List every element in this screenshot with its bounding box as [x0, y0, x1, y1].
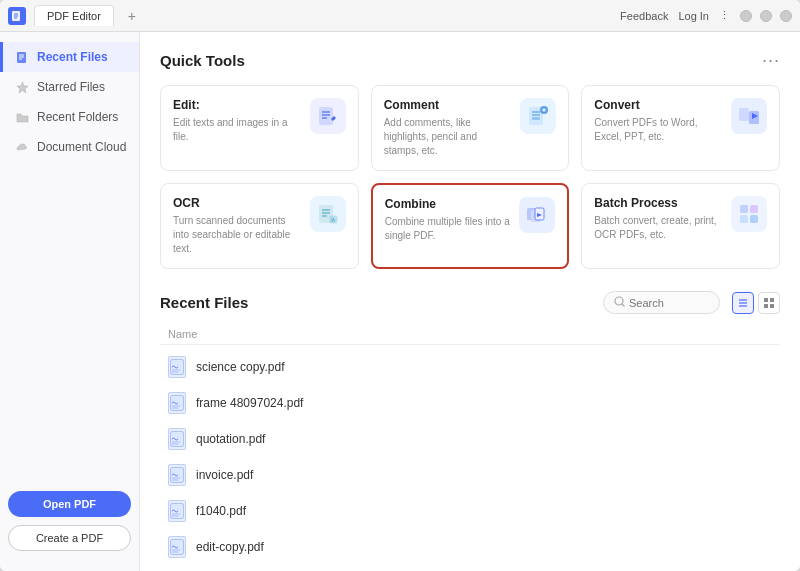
pdf-file-icon [168, 464, 186, 486]
file-name: science copy.pdf [196, 360, 285, 374]
file-item[interactable]: edit-copy.pdf [160, 529, 780, 565]
tool-card-convert[interactable]: Convert Convert PDFs to Word, Excel, PPT… [581, 85, 780, 171]
tool-card-convert-title: Convert [594, 98, 723, 112]
tool-card-edit[interactable]: Edit: Edit texts and images in a file. [160, 85, 359, 171]
menu-button[interactable]: ⋮ [719, 9, 730, 22]
comment-tool-icon [520, 98, 556, 134]
sidebar: Recent Files Starred Files Recent Folder… [0, 32, 140, 571]
sidebar-item-recent-folders[interactable]: Recent Folders [0, 102, 139, 132]
app-window: PDF Editor + Feedback Log In ⋮ [0, 0, 800, 571]
app-icon [8, 7, 26, 25]
quick-tools-grid: Edit: Edit texts and images in a file. [160, 85, 780, 269]
window-controls [740, 10, 792, 22]
tool-card-comment[interactable]: Comment Add comments, like highlights, p… [371, 85, 570, 171]
svg-rect-42 [764, 298, 768, 302]
tool-card-comment-text: Comment Add comments, like highlights, p… [384, 98, 513, 158]
pdf-file-icon [168, 392, 186, 414]
close-button[interactable] [780, 10, 792, 22]
files-column-name: Name [160, 324, 780, 345]
svg-rect-33 [740, 205, 748, 213]
batch-tool-icon [731, 196, 767, 232]
pdf-file-icon [168, 536, 186, 558]
svg-rect-16 [532, 117, 540, 120]
edit-tool-icon [310, 98, 346, 134]
convert-tool-icon [731, 98, 767, 134]
minimize-button[interactable] [740, 10, 752, 22]
create-pdf-button[interactable]: Create a PDF [8, 525, 131, 551]
svg-rect-35 [740, 215, 748, 223]
tool-card-comment-desc: Add comments, like highlights, pencil an… [384, 116, 513, 158]
tool-card-batch-title: Batch Process [594, 196, 723, 210]
search-bar[interactable] [603, 291, 720, 314]
sidebar-item-label: Recent Files [37, 50, 108, 64]
tool-card-ocr[interactable]: OCR Turn scanned documents into searchab… [160, 183, 359, 269]
recent-folders-icon [15, 110, 29, 124]
tool-card-combine-title: Combine [385, 197, 512, 211]
recent-files-section-header: Recent Files [160, 291, 780, 314]
pdf-file-icon [168, 428, 186, 450]
combine-tool-icon [519, 197, 555, 233]
pdf-file-icon [168, 356, 186, 378]
tool-card-combine-desc: Combine multiple files into a single PDF… [385, 215, 512, 243]
tool-card-batch-process[interactable]: Batch Process Batch convert, create, pri… [581, 183, 780, 269]
tool-card-ocr-title: OCR [173, 196, 302, 210]
sidebar-item-starred-files[interactable]: Starred Files [0, 72, 139, 102]
feedback-button[interactable]: Feedback [620, 10, 668, 22]
tool-card-edit-desc: Edit texts and images in a file. [173, 116, 302, 144]
main-content: Recent Files Starred Files Recent Folder… [0, 32, 800, 571]
tool-card-convert-text: Convert Convert PDFs to Word, Excel, PPT… [594, 98, 723, 144]
content-area: Quick Tools ··· Edit: Edit texts and ima… [140, 32, 800, 571]
search-input[interactable] [629, 297, 709, 309]
sidebar-item-document-cloud[interactable]: Document Cloud [0, 132, 139, 162]
document-cloud-icon [15, 140, 29, 154]
svg-rect-44 [764, 304, 768, 308]
login-button[interactable]: Log In [678, 10, 709, 22]
quick-tools-title: Quick Tools [160, 52, 245, 69]
svg-rect-20 [739, 108, 749, 121]
titlebar-right: Feedback Log In ⋮ [620, 9, 792, 22]
new-tab-button[interactable]: + [122, 8, 142, 24]
svg-line-38 [622, 304, 625, 307]
pdf-file-icon [168, 500, 186, 522]
svg-rect-45 [770, 304, 774, 308]
recent-files-title: Recent Files [160, 294, 248, 311]
tool-card-edit-text: Edit: Edit texts and images in a file. [173, 98, 302, 144]
file-item[interactable]: frame 48097024.pdf [160, 385, 780, 421]
file-item[interactable]: science copy.pdf [160, 349, 780, 385]
tool-card-batch-desc: Batch convert, create, print, OCR PDFs, … [594, 214, 723, 242]
tool-card-ocr-desc: Turn scanned documents into searchable o… [173, 214, 302, 256]
titlebar: PDF Editor + Feedback Log In ⋮ [0, 0, 800, 32]
file-name: quotation.pdf [196, 432, 265, 446]
quick-tools-more-button[interactable]: ··· [762, 50, 780, 71]
svg-rect-9 [319, 107, 333, 125]
list-view-button[interactable] [732, 292, 754, 314]
starred-files-icon [15, 80, 29, 94]
tool-card-ocr-text: OCR Turn scanned documents into searchab… [173, 196, 302, 256]
tool-card-comment-title: Comment [384, 98, 513, 112]
file-name: f1040.pdf [196, 504, 246, 518]
svg-rect-36 [750, 215, 758, 223]
file-item[interactable]: f1040.pdf [160, 493, 780, 529]
view-controls [732, 292, 780, 314]
file-item[interactable]: proposal.pdf [160, 565, 780, 571]
open-pdf-button[interactable]: Open PDF [8, 491, 131, 517]
maximize-button[interactable] [760, 10, 772, 22]
files-list: science copy.pdf frame 48097024.pdf [160, 349, 780, 571]
tool-card-batch-text: Batch Process Batch convert, create, pri… [594, 196, 723, 242]
app-tab[interactable]: PDF Editor [34, 5, 114, 26]
grid-view-button[interactable] [758, 292, 780, 314]
tool-card-combine[interactable]: Combine Combine multiple files into a si… [371, 183, 570, 269]
file-name: invoice.pdf [196, 468, 253, 482]
sidebar-item-label: Recent Folders [37, 110, 118, 124]
tool-card-convert-desc: Convert PDFs to Word, Excel, PPT, etc. [594, 116, 723, 144]
recent-files-controls [603, 291, 780, 314]
file-name: edit-copy.pdf [196, 540, 264, 554]
file-item[interactable]: invoice.pdf [160, 457, 780, 493]
sidebar-item-recent-files[interactable]: Recent Files [0, 42, 139, 72]
file-item[interactable]: quotation.pdf [160, 421, 780, 457]
sidebar-item-label: Document Cloud [37, 140, 126, 154]
sidebar-item-label: Starred Files [37, 80, 105, 94]
recent-files-icon [15, 50, 29, 64]
titlebar-left: PDF Editor + [8, 5, 142, 26]
file-name: frame 48097024.pdf [196, 396, 303, 410]
